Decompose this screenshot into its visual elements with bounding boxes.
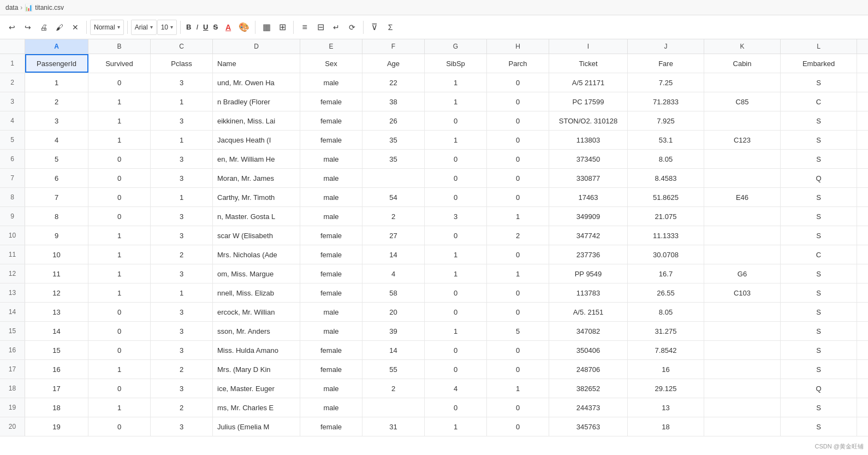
cell[interactable]: 0 bbox=[88, 303, 151, 321]
cell[interactable] bbox=[704, 245, 781, 264]
cell[interactable]: nnell, Miss. Elizab bbox=[213, 283, 300, 302]
cell[interactable] bbox=[704, 207, 781, 226]
cell[interactable] bbox=[704, 398, 781, 417]
cell[interactable]: female bbox=[300, 111, 362, 130]
cell[interactable]: 0 bbox=[88, 341, 151, 359]
cell[interactable]: S bbox=[781, 283, 857, 302]
cell[interactable]: SibSp bbox=[425, 54, 487, 73]
cell[interactable]: female bbox=[300, 283, 362, 302]
cell[interactable]: 4 bbox=[25, 131, 88, 149]
redo-button[interactable]: ↪ bbox=[20, 20, 35, 35]
cell[interactable]: 0 bbox=[487, 169, 549, 187]
cell[interactable]: female bbox=[300, 341, 362, 359]
cell[interactable]: female bbox=[300, 264, 362, 283]
cell[interactable]: 17463 bbox=[549, 188, 628, 206]
cell[interactable] bbox=[362, 398, 425, 417]
cell[interactable]: 0 bbox=[88, 379, 151, 398]
cell[interactable] bbox=[857, 131, 868, 149]
col-header-B[interactable]: B bbox=[88, 39, 151, 54]
cell[interactable]: 382652 bbox=[549, 379, 628, 398]
cell[interactable]: 0 bbox=[425, 303, 487, 321]
cell[interactable]: 16.7 bbox=[628, 264, 704, 283]
table-row[interactable]: 5411Jacques Heath (Ifemale351011380353.1… bbox=[0, 131, 868, 150]
cell[interactable]: 16 bbox=[25, 360, 88, 379]
cell[interactable]: STON/O2. 310128 bbox=[549, 111, 628, 130]
strikethrough-button[interactable]: S bbox=[211, 20, 220, 35]
cell[interactable]: 1 bbox=[487, 379, 549, 398]
table-row[interactable]: 3211n Bradley (Florerfemale3810PC 175997… bbox=[0, 92, 868, 111]
cell[interactable]: 26 bbox=[362, 111, 425, 130]
cell[interactable]: 3 bbox=[151, 303, 213, 321]
cell[interactable]: PassengerId bbox=[25, 54, 88, 73]
cell[interactable] bbox=[362, 169, 425, 187]
cell[interactable]: 330877 bbox=[549, 169, 628, 187]
cell[interactable]: Mrs. Nicholas (Ade bbox=[213, 245, 300, 264]
cell[interactable]: 3 bbox=[151, 207, 213, 226]
cell[interactable]: 31.275 bbox=[628, 322, 704, 340]
cell[interactable]: Parch bbox=[487, 54, 549, 73]
cell[interactable] bbox=[857, 169, 868, 187]
cell[interactable]: male bbox=[300, 169, 362, 187]
cell[interactable] bbox=[857, 150, 868, 168]
cell[interactable]: 248706 bbox=[549, 360, 628, 379]
cell[interactable]: scar W (Elisabeth bbox=[213, 226, 300, 245]
cell[interactable]: S bbox=[781, 303, 857, 321]
cell[interactable]: 55 bbox=[362, 360, 425, 379]
cell[interactable]: 0 bbox=[425, 360, 487, 379]
cell[interactable]: 14 bbox=[25, 322, 88, 340]
cell[interactable]: 2 bbox=[362, 379, 425, 398]
cell[interactable]: Jacques Heath (I bbox=[213, 131, 300, 149]
cell[interactable]: S bbox=[781, 73, 857, 92]
cell[interactable]: 51.8625 bbox=[628, 188, 704, 206]
cell[interactable]: 3 bbox=[151, 341, 213, 359]
cell[interactable]: 35 bbox=[362, 150, 425, 168]
cell[interactable]: 22 bbox=[362, 73, 425, 92]
cell[interactable]: 0 bbox=[88, 150, 151, 168]
cell[interactable]: 0 bbox=[88, 73, 151, 92]
cell[interactable]: 3 bbox=[151, 73, 213, 92]
cell[interactable]: Age bbox=[362, 54, 425, 73]
cell[interactable]: C123 bbox=[704, 131, 781, 149]
table-row[interactable]: 8701Carthy, Mr. Timothmale54001746351.86… bbox=[0, 188, 868, 207]
cell[interactable]: 113803 bbox=[549, 131, 628, 149]
cell[interactable]: 15 bbox=[25, 341, 88, 359]
cell[interactable]: 1 bbox=[151, 188, 213, 206]
cell[interactable]: 13 bbox=[25, 303, 88, 321]
cell[interactable]: 0 bbox=[487, 92, 549, 111]
cell[interactable]: male bbox=[300, 379, 362, 398]
cell[interactable]: Q bbox=[781, 169, 857, 187]
breadcrumb-data[interactable]: data bbox=[5, 4, 18, 11]
cell[interactable]: 1 bbox=[88, 92, 151, 111]
cell[interactable] bbox=[704, 360, 781, 379]
cell[interactable]: S bbox=[781, 207, 857, 226]
cell[interactable]: 17 bbox=[25, 379, 88, 398]
cell[interactable]: und, Mr. Owen Ha bbox=[213, 73, 300, 92]
cell[interactable]: 3 bbox=[151, 417, 213, 436]
cell[interactable]: 0 bbox=[425, 226, 487, 245]
cell[interactable]: female bbox=[300, 245, 362, 264]
cell[interactable]: 1 bbox=[88, 131, 151, 149]
cell[interactable]: S bbox=[781, 341, 857, 359]
cell[interactable]: 1 bbox=[88, 111, 151, 130]
cell[interactable]: 350406 bbox=[549, 341, 628, 359]
cell[interactable]: E46 bbox=[704, 188, 781, 206]
cell[interactable]: Cabin bbox=[704, 54, 781, 73]
cell[interactable]: female bbox=[300, 131, 362, 149]
cell[interactable]: 8 bbox=[25, 207, 88, 226]
cell[interactable]: 38 bbox=[362, 92, 425, 111]
cell[interactable] bbox=[857, 188, 868, 206]
cell[interactable]: 0 bbox=[487, 398, 549, 417]
cell[interactable]: 0 bbox=[425, 283, 487, 302]
cell[interactable]: 31 bbox=[362, 417, 425, 436]
cell[interactable] bbox=[704, 379, 781, 398]
cell[interactable]: 1 bbox=[425, 417, 487, 436]
cell[interactable]: 0 bbox=[425, 111, 487, 130]
cell[interactable]: S bbox=[781, 150, 857, 168]
col-header-D[interactable]: D bbox=[213, 39, 300, 54]
clear-format-button[interactable]: ✕ bbox=[68, 20, 83, 35]
cell[interactable]: 5 bbox=[487, 322, 549, 340]
cell[interactable] bbox=[857, 417, 868, 436]
cell[interactable]: male bbox=[300, 303, 362, 321]
table-row[interactable]: 2103und, Mr. Owen Hamale2210A/5 211717.2… bbox=[0, 73, 868, 92]
cell[interactable]: 0 bbox=[487, 150, 549, 168]
